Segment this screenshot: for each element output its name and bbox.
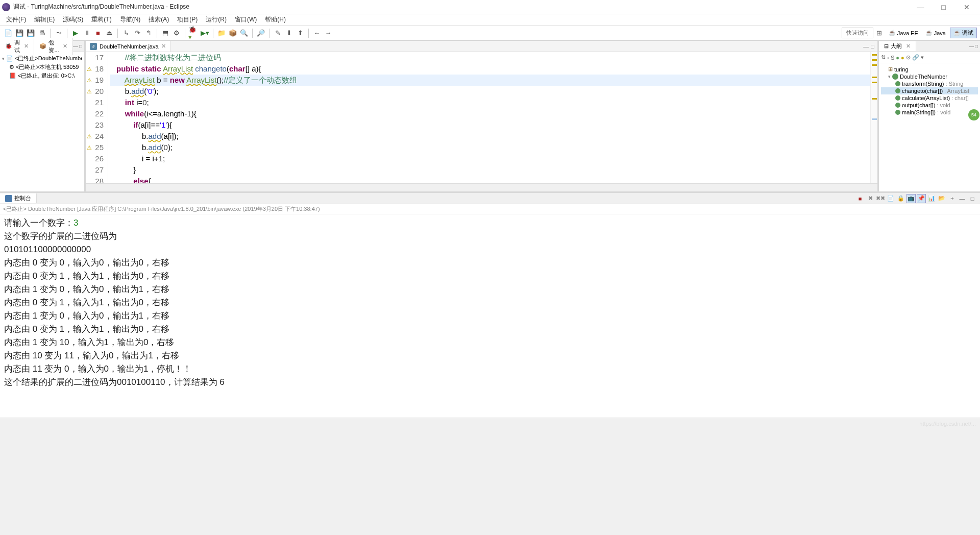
- disconnect-icon[interactable]: ⏏: [104, 28, 114, 38]
- new-console-icon[interactable]: ＋: [947, 194, 957, 203]
- menu-item[interactable]: 导航(N): [116, 14, 145, 25]
- outline-item[interactable]: calculate(ArrayList) : char[]: [881, 94, 978, 102]
- outline-item[interactable]: changeto(char[]) : ArrayList: [881, 87, 978, 94]
- maximize-editor-icon[interactable]: □: [871, 43, 874, 50]
- remove-launch-icon[interactable]: ✖: [866, 194, 875, 203]
- open-perspective-icon[interactable]: ⊞: [874, 28, 885, 38]
- new-package-icon[interactable]: 📦: [228, 28, 238, 38]
- menu-item[interactable]: 搜索(A): [144, 14, 173, 25]
- focus-icon[interactable]: ⊙: [906, 54, 911, 61]
- overview-ruler[interactable]: [870, 52, 877, 183]
- menu-item[interactable]: 帮助(H): [261, 14, 290, 25]
- filter-public-icon[interactable]: ●: [896, 55, 899, 61]
- back-icon[interactable]: ←: [312, 28, 322, 38]
- debug-tree[interactable]: ▾📄<已终止>DoubleTheNumbe⚙<已终止>本地主机 53059📕<已…: [0, 52, 84, 82]
- clear-console-icon[interactable]: 📄: [886, 194, 895, 203]
- resume-icon[interactable]: ▶: [70, 28, 81, 38]
- perspective-Java[interactable]: ☕Java: [922, 28, 949, 38]
- display-selected-icon[interactable]: 📊: [927, 194, 936, 203]
- maximize-button[interactable]: □: [932, 0, 955, 14]
- drop-frame-icon[interactable]: ⬒: [160, 28, 170, 38]
- minimize-button[interactable]: —: [909, 0, 932, 14]
- suspend-icon[interactable]: ⏸: [82, 28, 92, 38]
- forward-icon[interactable]: →: [323, 28, 333, 38]
- code-line[interactable]: b.add('0');: [110, 86, 870, 97]
- skip-breakpoints-icon[interactable]: ⤳: [54, 28, 64, 38]
- code-line[interactable]: else{: [110, 176, 870, 183]
- step-into-icon[interactable]: ↳: [121, 28, 131, 38]
- pin-console-icon[interactable]: 📌: [917, 194, 926, 203]
- scroll-lock-icon[interactable]: 🔒: [896, 194, 905, 203]
- link-icon[interactable]: 🔗: [912, 54, 919, 61]
- notification-badge[interactable]: 54: [968, 109, 979, 120]
- code-line[interactable]: b.add(a[i]);: [110, 131, 870, 142]
- code-editor[interactable]: 171819202122232425262728 //将二进制数转化为二进位码p…: [86, 52, 877, 183]
- code-line[interactable]: ArrayList b = new ArrayList();//定义了一个动态数…: [110, 75, 870, 86]
- step-return-icon[interactable]: ↰: [143, 28, 154, 38]
- code-line[interactable]: }: [110, 164, 870, 176]
- close-icon[interactable]: ✕: [906, 43, 911, 50]
- menu-item[interactable]: 文件(F): [2, 14, 30, 25]
- console-output[interactable]: 请输入一个数字：3这个数字的扩展的二进位码为010101100000000000…: [0, 214, 980, 418]
- outline-item[interactable]: ⊞ turing: [881, 65, 978, 73]
- minimize-view-icon[interactable]: —: [73, 43, 78, 49]
- editor-tab[interactable]: J DoubleTheNumber.java ✕: [86, 41, 170, 52]
- perspective-Java EE[interactable]: ☕Java EE: [886, 28, 921, 38]
- terminate-icon[interactable]: ■: [93, 28, 103, 38]
- menu-item[interactable]: 窗口(W): [231, 14, 261, 25]
- use-step-filters-icon[interactable]: ⚙: [172, 28, 182, 38]
- next-annotation-icon[interactable]: ⬇: [284, 28, 294, 38]
- open-type-icon[interactable]: 🔍: [239, 28, 249, 38]
- terminate-icon[interactable]: ■: [855, 194, 865, 203]
- outline-tree[interactable]: ⊞ turing▾ DoubleTheNumber transform(Stri…: [879, 63, 980, 118]
- code-line[interactable]: //将二进制数转化为二进位码: [110, 52, 870, 63]
- code-line[interactable]: b.add(0);: [110, 142, 870, 153]
- remove-all-icon[interactable]: ✖✖: [876, 194, 885, 203]
- prev-annotation-icon[interactable]: ⬆: [295, 28, 305, 38]
- save-all-icon[interactable]: 💾: [26, 28, 36, 38]
- print-icon[interactable]: 🖶: [37, 28, 47, 38]
- code-line[interactable]: public static ArrayList changeto(char[] …: [110, 63, 870, 75]
- sort-icon[interactable]: ⇅: [881, 54, 886, 61]
- maximize-view-icon[interactable]: □: [975, 43, 978, 49]
- new-java-icon[interactable]: 📁: [216, 28, 227, 38]
- close-button[interactable]: ✕: [955, 0, 978, 14]
- outline-item[interactable]: transform(String) : String: [881, 80, 978, 87]
- menu-item[interactable]: 源码(S): [59, 14, 87, 25]
- code-line[interactable]: int i=0;: [110, 97, 870, 108]
- minimize-editor-icon[interactable]: —: [863, 43, 869, 50]
- debug-tree-item[interactable]: ⚙<已终止>本地主机 53059: [2, 63, 82, 71]
- outline-item[interactable]: ▾ DoubleTheNumber: [881, 73, 978, 80]
- step-over-icon[interactable]: ↷: [132, 28, 142, 38]
- new-icon[interactable]: 📄: [3, 28, 13, 38]
- debug-dropdown-icon[interactable]: 🐞▾: [188, 28, 199, 38]
- filter-static-icon[interactable]: S: [891, 55, 894, 61]
- menu-item[interactable]: 编辑(E): [30, 14, 59, 25]
- outline-item[interactable]: output(char[]) : void: [881, 102, 978, 109]
- filter-local-icon[interactable]: ●: [901, 55, 904, 61]
- outline-item[interactable]: main(String[]) : void: [881, 109, 978, 116]
- code-line[interactable]: while(i<=a.length-1){: [110, 108, 870, 119]
- code-line[interactable]: i = i+1;: [110, 153, 870, 164]
- code-area[interactable]: //将二进制数转化为二进位码public static ArrayList ch…: [108, 52, 870, 183]
- close-tab-icon[interactable]: ✕: [161, 43, 166, 50]
- toggle-mark-icon[interactable]: ✎: [273, 28, 283, 38]
- outline-tab[interactable]: ⊟ 大纲 ✕: [879, 41, 916, 51]
- line-gutter[interactable]: 171819202122232425262728: [86, 52, 108, 183]
- minimize-view-icon[interactable]: —: [969, 43, 974, 49]
- filter-fields-icon[interactable]: ◦: [887, 55, 889, 61]
- run-dropdown-icon[interactable]: ▶▾: [200, 28, 210, 38]
- editor-scrollbar[interactable]: [86, 183, 877, 191]
- save-icon[interactable]: 💾: [14, 28, 24, 38]
- code-line[interactable]: if(a[i]=='1'){: [110, 119, 870, 131]
- maximize-view-icon[interactable]: □: [79, 43, 82, 49]
- open-console-icon[interactable]: 📂: [937, 194, 946, 203]
- menu-item[interactable]: 重构(T): [87, 14, 115, 25]
- max-icon[interactable]: □: [968, 194, 977, 203]
- min-icon[interactable]: —: [958, 194, 967, 203]
- menu-icon[interactable]: ▾: [921, 54, 924, 61]
- menu-item[interactable]: 运行(R): [202, 14, 231, 25]
- show-console-icon[interactable]: 📺: [906, 194, 916, 203]
- console-tab[interactable]: 控制台: [0, 193, 37, 203]
- debug-tree-item[interactable]: 📕<已终止, 退出值: 0>C:\: [2, 71, 82, 80]
